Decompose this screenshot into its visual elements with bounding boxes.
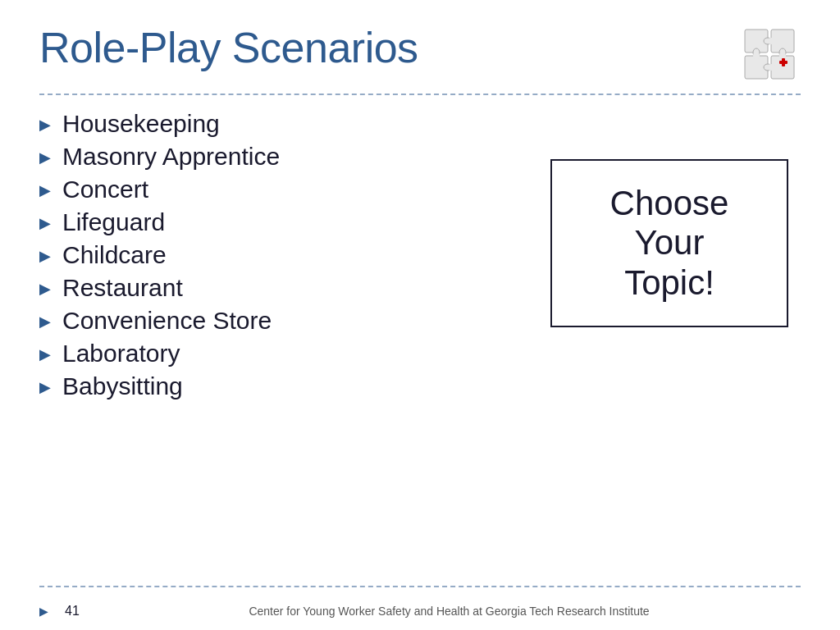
header: Role-Play Scenarios — [0, 0, 840, 85]
list-item: Convenience Store — [39, 307, 505, 335]
page-number: 41 — [65, 604, 81, 619]
list-item: Housekeeping — [39, 110, 505, 138]
bullet-arrow-icon — [39, 345, 51, 363]
bullet-arrow-icon — [39, 246, 51, 264]
list-item: Restaurant — [39, 274, 505, 302]
item-label: Lifeguard — [62, 208, 165, 236]
footer: 41 Center for Young Worker Safety and He… — [0, 604, 840, 619]
bullet-arrow-icon — [39, 279, 51, 297]
topic-box-section: Choose Your Topic! — [538, 110, 801, 405]
page-title: Role-Play Scenarios — [39, 23, 418, 72]
scenario-list: Housekeeping Masonry Apprentice Concert … — [39, 110, 505, 405]
svg-point-7 — [753, 52, 760, 60]
bullet-arrow-icon — [39, 312, 51, 330]
footer-arrow-icon — [39, 604, 48, 619]
item-label: Childcare — [62, 241, 167, 269]
bottom-divider — [39, 586, 801, 587]
topic-line1: Choose Your Topic! — [578, 184, 760, 303]
top-divider — [39, 94, 801, 95]
svg-point-4 — [767, 38, 775, 44]
content-area: Housekeeping Masonry Apprentice Concert … — [0, 95, 840, 405]
item-label: Restaurant — [62, 274, 183, 302]
footer-credit: Center for Young Worker Safety and Healt… — [98, 605, 801, 618]
list-item: Childcare — [39, 241, 505, 269]
bullet-arrow-icon — [39, 377, 51, 395]
bullet-arrow-icon — [39, 180, 51, 199]
list-item: Laboratory — [39, 340, 505, 368]
list-item: Babysitting — [39, 372, 505, 400]
bullet-arrow-icon — [39, 148, 51, 166]
item-label: Babysitting — [62, 372, 183, 400]
item-label: Housekeeping — [62, 110, 220, 138]
list-item: Lifeguard — [39, 208, 505, 236]
item-label: Concert — [62, 176, 148, 203]
bullet-arrow-icon — [39, 115, 51, 133]
item-label: Convenience Store — [62, 307, 272, 335]
svg-rect-13 — [782, 58, 785, 66]
item-label: Laboratory — [62, 340, 180, 368]
list-item: Masonry Apprentice — [39, 143, 505, 171]
puzzle-icon — [742, 26, 801, 85]
bullet-arrow-icon — [39, 213, 51, 231]
slide: Role-Play Scenarios — [0, 0, 840, 630]
svg-point-11 — [767, 64, 775, 71]
topic-box: Choose Your Topic! — [550, 159, 788, 327]
list-item: Concert — [39, 176, 505, 203]
item-label: Masonry Apprentice — [62, 143, 280, 171]
